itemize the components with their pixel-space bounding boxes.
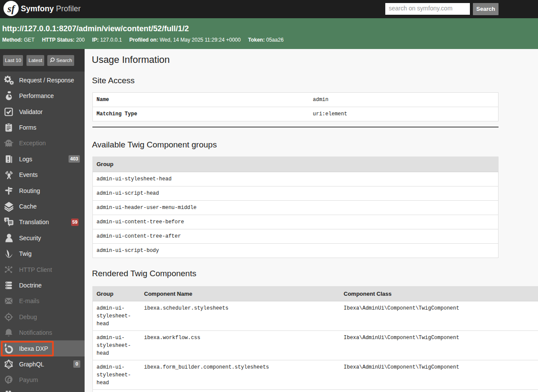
svg-text:a: a bbox=[6, 217, 8, 222]
svg-text:sf: sf bbox=[7, 3, 16, 14]
